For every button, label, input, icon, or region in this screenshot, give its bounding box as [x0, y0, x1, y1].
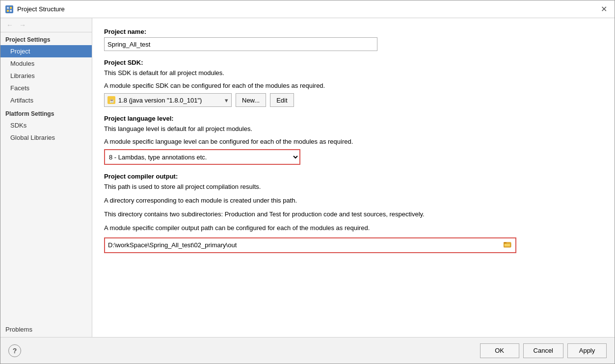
sdk-label: Project SDK: [104, 59, 603, 66]
forward-button[interactable]: → [17, 20, 28, 30]
lang-level-group: Project language level: This language le… [104, 115, 603, 165]
compiler-desc4: A module specific compiler output path c… [104, 223, 603, 233]
title-bar-left: Project Structure [5, 5, 65, 13]
project-structure-dialog: Project Structure ✕ ← → Project Settings… [0, 0, 615, 364]
lang-level-select[interactable]: 1 - Source compatibility with Java 1.1 2… [104, 149, 300, 165]
sdk-new-button[interactable]: New... [236, 93, 266, 107]
sidebar-item-modules[interactable]: Modules [0, 57, 92, 70]
sdk-group: Project SDK: This SDK is default for all… [104, 59, 603, 107]
sdk-row: ☕ 1.8 (java version "1.8.0_101") ▾ New..… [104, 93, 603, 107]
nav-arrows: ← → [0, 18, 92, 32]
sdk-edit-button[interactable]: Edit [270, 93, 294, 107]
project-name-group: Project name: [104, 28, 603, 51]
sidebar-spacer [0, 144, 92, 322]
compiler-desc3: This directory contains two subdirectori… [104, 209, 603, 219]
sdk-desc2: A module specific SDK can be configured … [104, 81, 603, 91]
help-button[interactable]: ? [8, 344, 21, 357]
sdk-dropdown[interactable]: ☕ 1.8 (java version "1.8.0_101") ▾ [104, 93, 232, 107]
project-name-label: Project name: [104, 28, 603, 35]
svg-rect-1 [10, 7, 12, 9]
lang-desc2: A module specific language level can be … [104, 137, 603, 147]
dialog-title: Project Structure [17, 5, 65, 13]
svg-text:☕: ☕ [109, 98, 114, 103]
sdk-java-icon: ☕ [107, 96, 115, 104]
lang-desc1: This language level is default for all p… [104, 124, 603, 134]
compiler-output-group: Project compiler output: This path is us… [104, 173, 603, 253]
sidebar-item-artifacts[interactable]: Artifacts [0, 94, 92, 106]
sidebar-item-facets[interactable]: Facets [0, 82, 92, 94]
output-path-input[interactable] [108, 241, 503, 249]
svg-rect-0 [7, 7, 9, 9]
sdk-dropdown-arrow: ▾ [225, 97, 228, 104]
compiler-desc2: A directory corresponding to each module… [104, 196, 603, 206]
ok-button[interactable]: OK [480, 343, 519, 358]
svg-rect-2 [7, 10, 9, 12]
apply-button[interactable]: Apply [567, 343, 607, 358]
close-button[interactable]: ✕ [598, 3, 610, 15]
app-icon [5, 5, 13, 13]
project-settings-label: Project Settings [0, 32, 92, 45]
bottom-bar: ? OK Cancel Apply [0, 337, 615, 364]
sidebar-item-sdks[interactable]: SDKs [0, 119, 92, 131]
sidebar-item-global-libraries[interactable]: Global Libraries [0, 131, 92, 144]
project-name-input[interactable] [104, 37, 377, 51]
sidebar-item-libraries[interactable]: Libraries [0, 70, 92, 82]
compiler-output-label: Project compiler output: [104, 173, 603, 180]
content-area: Project name: Project SDK: This SDK is d… [92, 18, 615, 337]
sidebar-item-problems[interactable]: Problems [0, 322, 92, 337]
title-bar: Project Structure ✕ [0, 0, 615, 18]
cancel-button[interactable]: Cancel [523, 343, 563, 358]
sdk-value-text: 1.8 (java version "1.8.0_101") [118, 97, 202, 104]
lang-level-label: Project language level: [104, 115, 603, 122]
sdk-desc1: This SDK is default for all project modu… [104, 68, 603, 78]
back-button[interactable]: ← [4, 20, 15, 30]
compiler-desc1: This path is used to store all project c… [104, 182, 603, 192]
bottom-right-actions: OK Cancel Apply [480, 343, 607, 358]
svg-rect-3 [10, 10, 12, 12]
browse-folder-button[interactable] [503, 240, 512, 250]
main-area: ← → Project Settings Project Modules Lib… [0, 18, 615, 337]
output-path-row [104, 237, 516, 253]
sidebar: ← → Project Settings Project Modules Lib… [0, 18, 92, 337]
platform-settings-label: Platform Settings [0, 106, 92, 119]
sidebar-item-project[interactable]: Project [0, 45, 92, 57]
svg-rect-8 [504, 243, 510, 247]
